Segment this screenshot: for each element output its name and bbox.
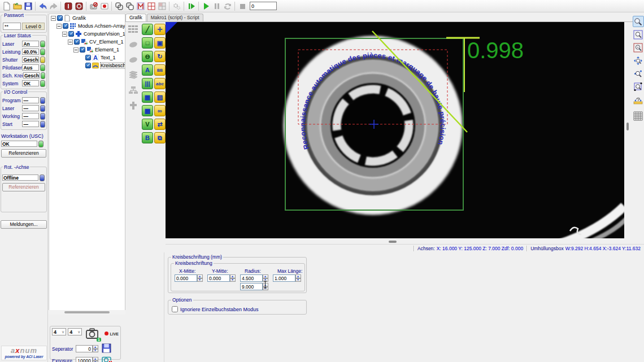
viewer-vertical-scrollbar[interactable] [625,22,630,239]
link-tool-icon[interactable]: ∞ [154,105,166,116]
camera-select-2[interactable]: 4 [68,328,82,335]
pan-zoom-icon[interactable] [633,55,644,66]
radius-input[interactable] [240,274,263,282]
play-icon[interactable] [201,1,211,11]
zoom-dynamic-icon[interactable] [633,68,644,79]
datamatrix-tool-icon[interactable]: ▦ [142,91,153,103]
tree-expander-icon[interactable] [51,16,56,21]
loop-icon[interactable] [222,1,233,11]
power-on-icon[interactable] [63,1,73,11]
shape-union-icon[interactable] [114,1,124,11]
tree-expander-icon[interactable] [62,32,67,37]
line-tool-icon[interactable]: ╱ [142,24,153,35]
save-image-icon[interactable] [102,343,111,354]
tree-checkbox[interactable] [85,55,91,60]
grid-disabled-icon[interactable] [156,1,167,11]
tree-expander-icon[interactable] [73,47,79,53]
tab-makro-script[interactable]: Makro1 (script) - Script [147,14,203,21]
save-icon[interactable] [23,1,33,11]
camera-select-1[interactable]: 4 [52,328,66,335]
bitmap-tool-icon[interactable]: B [142,132,153,143]
tree-checkbox[interactable] [57,15,63,21]
camera-close-icon[interactable] [102,355,113,362]
password-input[interactable] [3,23,21,30]
camera-capture-icon[interactable]: 1 [86,328,99,341]
open-folder-icon[interactable] [12,1,23,11]
exposure-spinner[interactable] [93,357,98,362]
vector-import-tool-icon[interactable]: V [142,119,153,130]
tree-item-element[interactable]: Element_1 [49,46,125,54]
separator-spinner[interactable] [93,345,98,352]
ellipse-icon[interactable] [128,39,139,50]
fill-pattern-tool-icon[interactable]: ▨ [154,91,166,103]
undo-icon[interactable] [37,1,48,11]
axis-table-icon[interactable] [128,24,139,35]
rot-achse-referenzieren-button[interactable]: Referenzieren [2,183,45,191]
redo-icon[interactable] [48,1,59,11]
zoom-icon[interactable] [633,16,644,27]
text-block-tool-icon[interactable]: BB [154,64,166,76]
align-tool-icon[interactable]: ▣ [154,37,166,49]
rotate-tool-icon[interactable]: ↻ [154,51,166,62]
move-tool-icon[interactable]: ✛ [154,24,166,35]
zoom-selection-icon[interactable] [633,81,644,92]
measure-help-icon[interactable] [633,94,644,105]
tree-item-cv-element[interactable]: CV_Element_1 [49,38,125,46]
tree-checkbox[interactable] [80,47,85,53]
ignore-single-letter-checkbox[interactable] [172,306,178,312]
tree-checkbox[interactable] [74,39,80,45]
separator-input[interactable] [76,345,93,352]
tab-grafik[interactable]: Grafik [125,14,146,21]
viewer-horizontal-scrollbar[interactable] [166,239,624,244]
run-counter-input[interactable] [250,2,277,10]
record-icon[interactable] [99,1,110,11]
max-laenge-input[interactable] [273,274,295,282]
workstation-referenzieren-button[interactable]: Referenzieren [1,149,46,158]
meldungen-button[interactable]: Meldungen... [1,220,47,229]
max-laenge-spinner[interactable] [295,274,301,282]
scrollbar-thumb[interactable] [64,311,110,313]
zoom-fit-icon[interactable] [633,29,644,40]
x-mitte-spinner[interactable] [197,274,203,282]
grid-red-icon[interactable] [146,1,156,11]
tree-expander-icon[interactable] [56,24,62,29]
mark-grid-icon[interactable] [135,1,146,11]
text-tool-icon[interactable]: A [142,64,153,76]
zoom-region-icon[interactable] [633,42,644,53]
run-once-icon[interactable] [186,1,197,11]
tree-item-computervision[interactable]: ComputerVision_1 [49,30,125,38]
tree-expander-icon[interactable] [68,40,73,45]
y-mitte-spinner[interactable] [230,274,236,282]
arc-text-tool-icon[interactable]: abc [154,78,166,89]
shape-subtract-icon[interactable] [124,1,135,11]
group-tool-icon[interactable]: ⧉ [154,132,166,143]
tree-horizontal-scrollbar[interactable] [49,310,125,315]
ellipse-2-icon[interactable] [128,54,139,66]
x-mitte-input[interactable] [175,274,197,282]
scrollbar-thumb[interactable] [626,123,629,130]
level-button[interactable]: Level 0 [22,23,45,30]
power-off-icon[interactable] [73,1,84,11]
settings-gears-icon[interactable] [171,1,182,11]
tree-item-achsen-array[interactable]: Modus Achsen-Array_1 [49,22,125,30]
camera-disabled-icon[interactable] [88,1,99,11]
scrollbar-thumb[interactable] [389,241,397,243]
y-mitte-input[interactable] [207,274,230,282]
tree-item-grafik[interactable]: Grafik [49,14,125,22]
puzzle-figure-icon[interactable] [128,100,139,111]
barcode-tool-icon[interactable]: ||| [142,78,153,89]
new-document-icon[interactable] [1,1,12,11]
layers-icon[interactable] [128,69,139,81]
tree-item-text[interactable]: A Text_1 [49,54,125,62]
qrcode-tool-icon[interactable]: ▩ [142,105,153,116]
tree-checkbox[interactable] [63,23,68,29]
circle-tool-icon[interactable]: ⊖ [142,51,153,62]
tree-checkbox[interactable] [68,31,74,37]
tree-checkbox[interactable] [85,63,91,68]
pause-icon[interactable] [211,1,222,11]
exposure-input[interactable] [76,357,93,362]
pixel-grid-icon[interactable] [633,110,644,121]
distribute-tool-icon[interactable]: ⇄ [154,119,166,130]
rectangle-tool-icon[interactable]: □ [142,37,153,49]
camera-image-viewport[interactable]: Reconnaissance automatique des pièces et… [166,22,624,238]
